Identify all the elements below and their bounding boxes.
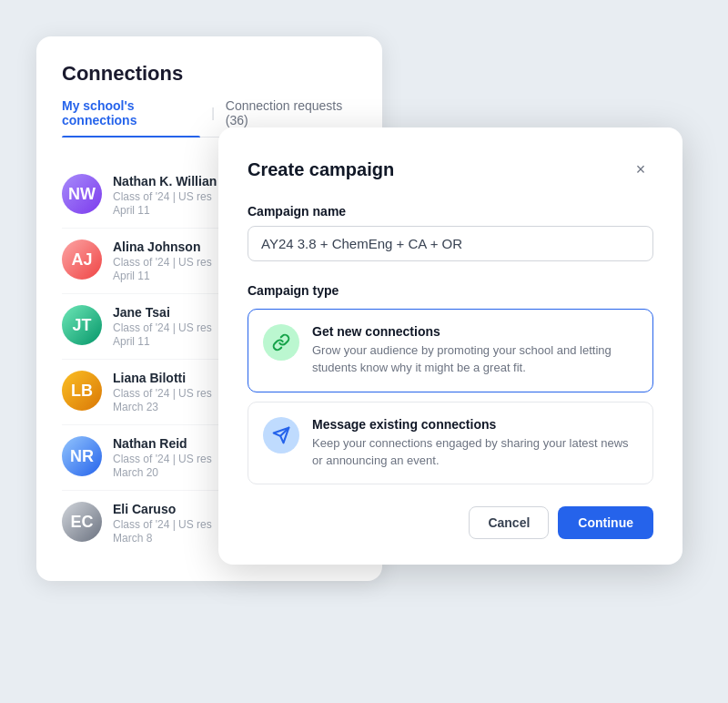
avatar: NR [62,436,102,476]
page-title: Connections [62,62,357,86]
person-meta: Class of '24 | US res [113,256,212,269]
person-info: Nathan K. Willian Class of '24 | US res … [113,174,217,217]
option-new-connections-desc: Grow your audience by promoting your sch… [312,342,638,377]
campaign-name-label: Campaign name [248,204,653,219]
campaign-type-label: Campaign type [248,283,653,298]
person-date: April 11 [113,270,212,282]
person-meta: Class of '24 | US res [113,453,212,465]
avatar: LB [62,371,102,411]
avatar: EC [62,502,102,542]
person-meta: Class of '24 | US res [113,190,217,203]
person-name: Liana Bilotti [113,371,212,385]
person-date: March 8 [113,532,212,545]
tab-divider: | [211,106,215,129]
person-info: Liana Bilotti Class of '24 | US res Marc… [113,371,212,413]
option-new-connections-text: Get new connections Grow your audience b… [312,324,638,377]
person-info: Nathan Reid Class of '24 | US res March … [113,436,212,479]
campaign-option-message-existing[interactable]: Message existing connections Keep your c… [248,402,653,485]
option-message-existing-desc: Keep your connections engaged by sharing… [312,435,638,470]
create-campaign-modal: Create campaign × Campaign name Campaign… [218,127,682,565]
cancel-button[interactable]: Cancel [469,506,549,539]
modal-footer: Cancel Continue [248,506,653,539]
link-icon [263,324,299,361]
campaign-option-new-connections[interactable]: Get new connections Grow your audience b… [248,309,653,392]
person-name: Alina Johnson [113,239,212,254]
person-name: Nathan Reid [113,436,212,451]
option-new-connections-title: Get new connections [312,324,638,339]
person-info: Eli Caruso Class of '24 | US res March 8 [113,502,212,545]
avatar: NW [62,174,102,214]
person-name: Jane Tsai [113,305,212,320]
person-name: Eli Caruso [113,502,212,516]
person-meta: Class of '24 | US res [113,321,212,334]
person-meta: Class of '24 | US res [113,518,212,531]
person-meta: Class of '24 | US res [113,387,212,400]
person-info: Alina Johnson Class of '24 | US res Apri… [113,239,212,282]
person-date: March 23 [113,401,212,413]
modal-header: Create campaign × [248,157,653,182]
continue-button[interactable]: Continue [558,506,653,539]
campaign-name-input[interactable] [248,226,653,261]
person-date: April 11 [113,335,212,348]
avatar: AJ [62,239,102,280]
person-name: Nathan K. Willian [113,174,217,188]
option-message-existing-title: Message existing connections [312,417,638,432]
tab-my-school[interactable]: My school's connections [62,98,200,137]
modal-title: Create campaign [248,159,394,180]
person-info: Jane Tsai Class of '24 | US res April 11 [113,305,212,348]
option-message-existing-text: Message existing connections Keep your c… [312,417,638,470]
person-date: March 20 [113,466,212,479]
person-date: April 11 [113,204,217,217]
avatar: JT [62,305,102,345]
send-icon [263,417,299,453]
modal-close-button[interactable]: × [628,157,653,182]
